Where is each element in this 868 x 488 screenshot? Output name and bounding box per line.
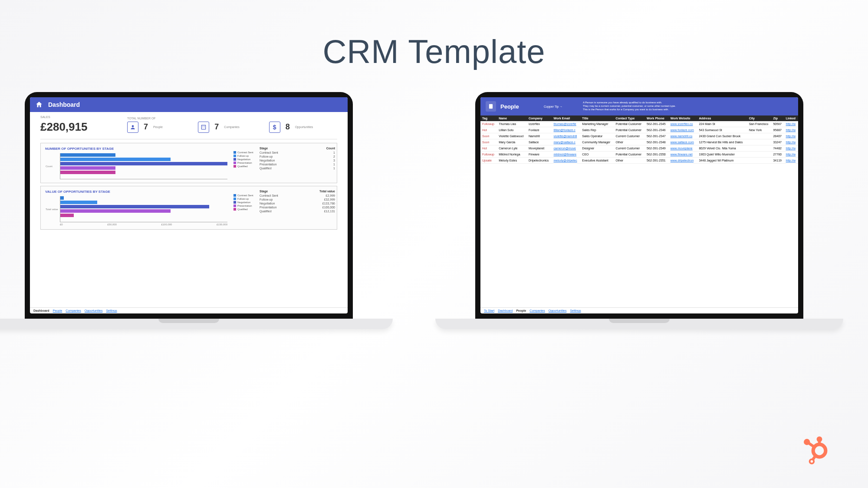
col-contact-type[interactable]: Contact Type: [614, 115, 645, 121]
col-phone[interactable]: Work Phone: [645, 115, 669, 121]
tab-companies-p[interactable]: Companies: [529, 309, 545, 312]
person-icon: [127, 122, 138, 133]
chart2-ylabel: Total value: [46, 208, 58, 211]
metric-opps-value: 8: [286, 122, 290, 132]
stage-value-table: StageTotal value Contract Sent£2,999 Fol…: [258, 186, 337, 229]
table-row[interactable]: HotLillian SotoFoxlazelillian@foxlaze.cS…: [480, 127, 798, 133]
people-icon: [486, 101, 496, 112]
dashboard-title: Dashboard: [48, 101, 80, 108]
col-email[interactable]: Work Email: [552, 115, 581, 121]
col-title[interactable]: Title: [580, 115, 614, 121]
dollar-icon: $: [269, 122, 280, 133]
tab-opportunities-p[interactable]: Opportunities: [549, 309, 567, 312]
chart2-bars: Total value: [60, 196, 227, 222]
col-zip[interactable]: Zip: [771, 115, 784, 121]
metric-people-value: 7: [144, 122, 148, 132]
laptop-row: Dashboard SALES £280,915 TOTAL NUMBER OF: [0, 92, 868, 329]
chart1-bars: Count: [60, 153, 227, 179]
laptop-people: People Copper Tip → A Person is someone …: [475, 92, 843, 329]
tab-to-start[interactable]: To Start: [484, 309, 494, 312]
dashboard-header: Dashboard: [30, 97, 348, 112]
metric-companies-value: 7: [214, 122, 219, 132]
svg-point-0: [132, 125, 134, 127]
sales-value: £280,915: [40, 120, 127, 134]
tab-dashboard[interactable]: Dashboard: [33, 309, 49, 312]
people-desc: A Person is someone you have already qua…: [583, 101, 793, 111]
col-city[interactable]: City: [747, 115, 772, 121]
people-title: People: [500, 103, 544, 110]
col-website[interactable]: Work Website: [669, 115, 697, 121]
metric-opportunities: $ 8 Opportunities: [269, 122, 337, 133]
table-row[interactable]: FollowupThomas LiasIzzerflexthomas@izzer…: [480, 121, 798, 127]
chart-panel-count: NUMBER OF OPPORTUNITIES BY STAGE Count: [40, 143, 337, 183]
chart1-legend: Contract Sent Follow-up Negotiation Pres…: [232, 143, 258, 183]
page-title: CRM Template: [0, 0, 868, 70]
metric-companies-label: Companies: [224, 125, 239, 129]
total-label: TOTAL NUMBER OF: [127, 117, 337, 120]
people-header: People Copper Tip → A Person is someone …: [480, 97, 798, 115]
col-linked[interactable]: Linked: [784, 115, 798, 121]
col-name[interactable]: Name: [497, 115, 527, 121]
sales-label: SALES: [40, 115, 127, 119]
metric-opps-label: Opportunities: [295, 125, 313, 129]
table-row[interactable]: FollowupMildred NoriegaFinwaremildred@fi…: [480, 152, 798, 158]
copper-tip: Copper Tip →: [544, 105, 583, 108]
tab-companies[interactable]: Companies: [66, 309, 81, 312]
home-icon: [35, 101, 43, 109]
chart2-xlabels: £0 £50,000 £100,000 £150,000: [60, 223, 227, 226]
laptop-dashboard: Dashboard SALES £280,915 TOTAL NUMBER OF: [25, 92, 393, 329]
chart1-ylabel: Count: [46, 165, 53, 168]
people-table: Tag Name Company Work Email Title Contac…: [480, 115, 798, 164]
table-row[interactable]: UpsaleMelody EstesDripelectronicsmelody@…: [480, 158, 798, 164]
col-company[interactable]: Company: [527, 115, 552, 121]
tab-people-p[interactable]: People: [516, 309, 526, 312]
col-tag[interactable]: Tag: [480, 115, 497, 121]
chart-panel-value: VALUE OF OPPORTUNITIES BY STAGE Total va…: [40, 186, 337, 230]
people-sheet-tabs: To Start Dashboard People Companies Oppo…: [480, 307, 798, 313]
tab-people[interactable]: People: [53, 309, 62, 312]
svg-rect-1: [202, 125, 206, 129]
metric-people: 7 People: [127, 122, 195, 133]
svg-point-8: [817, 436, 822, 442]
stage-count-table: StageCount Contract Sent1 Follow-up2 Neg…: [258, 143, 337, 183]
metrics-row: SALES £280,915 TOTAL NUMBER OF 7 People: [40, 115, 337, 139]
chart2-legend: Contract Sent Follow-up Negotiation Pres…: [232, 186, 258, 229]
svg-line-12: [809, 443, 815, 448]
tab-dashboard-p[interactable]: Dashboard: [498, 309, 513, 312]
metric-companies: 7 Companies: [198, 122, 266, 133]
table-row[interactable]: HotCameron LyleMoveplanetcameron@moveDes…: [480, 145, 798, 152]
tab-opportunities[interactable]: Opportunities: [85, 309, 103, 312]
svg-line-13: [812, 455, 816, 460]
chart1-title: NUMBER OF OPPORTUNITIES BY STAGE: [45, 147, 227, 151]
table-row[interactable]: SoonViolette GatewoodNamdrillviolette@na…: [480, 133, 798, 139]
metric-people-label: People: [153, 125, 163, 129]
chart2-title: VALUE OF OPPORTUNITIES BY STAGE: [45, 190, 227, 194]
col-address[interactable]: Address: [697, 115, 747, 121]
tab-settings[interactable]: Settings: [106, 309, 117, 312]
table-header-row: Tag Name Company Work Email Title Contac…: [480, 115, 798, 121]
svg-rect-6: [489, 104, 493, 109]
dashboard-sheet-tabs: Dashboard People Companies Opportunities…: [30, 307, 348, 313]
tab-settings-p[interactable]: Settings: [570, 309, 581, 312]
table-row[interactable]: SoonMary GarciaSaltacemary@saltace.cComm…: [480, 139, 798, 145]
building-icon: [198, 122, 209, 133]
hubspot-logo-icon: [799, 432, 833, 466]
